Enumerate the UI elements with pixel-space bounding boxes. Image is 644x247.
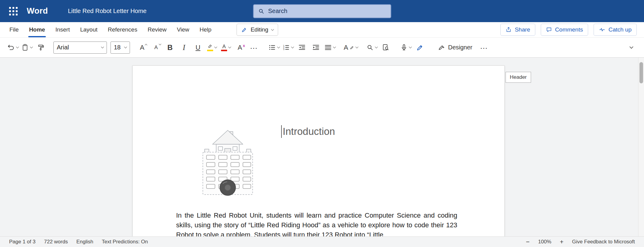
styles-pen-icon [350, 45, 354, 50]
format-painter-button[interactable] [35, 41, 47, 55]
feedback-link[interactable]: Give Feedback to Microsoft [572, 239, 635, 245]
scrollbar-thumb[interactable] [639, 62, 643, 83]
document-page[interactable]: Introduction In the Little Red Robot Uni… [132, 65, 505, 236]
font-color-swatch [221, 50, 227, 51]
tab-label: Insert [55, 26, 70, 33]
word-count[interactable]: 722 words [44, 239, 68, 245]
tab-help[interactable]: Help [194, 22, 216, 37]
ribbon-overflow-button[interactable]: … [478, 41, 490, 55]
dictate-button[interactable] [400, 41, 412, 55]
designer-button[interactable]: Designer [434, 41, 476, 55]
chevron-down-icon [277, 45, 280, 48]
editor-button[interactable] [414, 41, 426, 55]
increase-indent-icon [312, 44, 320, 51]
ribbon-right-actions: Share Comments Catch up [500, 22, 640, 37]
house-grid-robot-image[interactable] [200, 125, 255, 201]
tab-view[interactable]: View [172, 22, 194, 37]
pulse-icon [599, 27, 605, 33]
app-launcher-button[interactable] [9, 7, 18, 15]
catch-up-button[interactable]: Catch up [594, 24, 637, 36]
chevron-down-icon [214, 45, 217, 48]
page-indicator[interactable]: Page 1 of 3 [9, 239, 36, 245]
increase-indent-button[interactable] [310, 41, 322, 55]
ellipsis-icon: … [480, 45, 488, 51]
tab-label: References [108, 26, 137, 33]
highlight-color-button[interactable] [206, 41, 218, 55]
grow-font-icon: A [140, 44, 145, 52]
undo-button[interactable] [7, 41, 19, 55]
tab-insert[interactable]: Insert [50, 22, 75, 37]
find-button[interactable] [366, 41, 378, 55]
tab-label: View [177, 26, 189, 33]
ellipsis-icon: … [250, 45, 258, 51]
word-web-app: Word Little Red Robot Letter Home File H… [0, 0, 644, 247]
statusbar-right: − 100% + Give Feedback to Microsoft [526, 238, 635, 245]
chevron-down-icon [409, 45, 412, 48]
chevron-down-icon [375, 45, 378, 48]
microphone-icon [400, 44, 408, 51]
align-justify-icon [324, 44, 332, 51]
clear-formatting-x: x [243, 43, 245, 48]
chevron-down-icon [291, 45, 294, 48]
document-title[interactable]: Little Red Robot Letter Home [68, 8, 147, 15]
waffle-icon [9, 7, 18, 15]
chevron-down-icon [333, 45, 336, 48]
caret-down-icon [159, 42, 161, 45]
bold-button[interactable]: B [164, 41, 176, 55]
italic-button[interactable]: I [178, 41, 190, 55]
search-box[interactable] [253, 4, 391, 18]
magnifier-icon [366, 44, 374, 51]
text-predictions-toggle[interactable]: Text Predictions: On [102, 239, 148, 245]
grow-font-button[interactable]: A [136, 41, 148, 55]
font-color-button[interactable]: A [220, 41, 232, 55]
editing-mode-dropdown[interactable]: Editing [237, 24, 278, 36]
chevron-down-icon [629, 45, 633, 49]
decrease-indent-button[interactable] [296, 41, 308, 55]
more-font-options-button[interactable]: … [248, 41, 260, 55]
tab-layout[interactable]: Layout [75, 22, 103, 37]
comments-button[interactable]: Comments [541, 24, 588, 36]
numbering-button[interactable]: 123 [282, 41, 294, 55]
tab-references[interactable]: References [103, 22, 142, 37]
statusbar: Page 1 of 3 722 words English Text Predi… [0, 236, 644, 247]
zoom-out-button[interactable]: − [526, 238, 530, 245]
clear-formatting-button[interactable]: A x [234, 41, 246, 55]
catch-up-label: Catch up [608, 26, 632, 33]
document-heading[interactable]: Introduction [281, 125, 335, 138]
chevron-down-icon [16, 45, 19, 48]
alignment-button[interactable] [324, 41, 336, 55]
font-color-icon: A [221, 44, 227, 51]
pencil-icon [241, 27, 247, 33]
tab-file[interactable]: File [4, 22, 24, 37]
search-input[interactable] [268, 8, 386, 15]
bullets-button[interactable] [268, 41, 280, 55]
search-document-button[interactable] [380, 41, 392, 55]
tab-review[interactable]: Review [142, 22, 172, 37]
tab-label: Help [199, 26, 211, 33]
underline-button[interactable]: U [192, 41, 204, 55]
search-icon [258, 8, 264, 15]
designer-label: Designer [448, 44, 472, 51]
header-region-tab[interactable]: Header [506, 72, 531, 83]
zoom-in-button[interactable]: + [560, 238, 564, 245]
font-name-select[interactable]: Arial [53, 42, 107, 54]
shrink-font-button[interactable]: A [150, 41, 162, 55]
document-canvas: Introduction In the Little Red Robot Uni… [0, 58, 644, 236]
vertical-scrollbar[interactable] [638, 58, 644, 236]
caret-up-icon [145, 44, 147, 46]
language-indicator[interactable]: English [76, 239, 93, 245]
highlight-swatch [207, 50, 213, 51]
styles-button[interactable]: A [344, 41, 358, 55]
chevron-down-icon [101, 45, 104, 48]
app-name[interactable]: Word [27, 6, 48, 16]
document-body-paragraph[interactable]: In the Little Red Robot Unit, students w… [176, 211, 457, 236]
paste-button[interactable] [21, 41, 33, 55]
underline-icon: U [196, 44, 200, 52]
tab-home[interactable]: Home [24, 22, 50, 37]
zoom-level[interactable]: 100% [538, 239, 551, 245]
chevron-down-icon [355, 45, 358, 48]
font-size-select[interactable]: 18 [111, 42, 130, 54]
share-label: Share [515, 26, 530, 33]
share-button[interactable]: Share [500, 24, 535, 36]
collapse-ribbon-button[interactable] [625, 41, 637, 55]
